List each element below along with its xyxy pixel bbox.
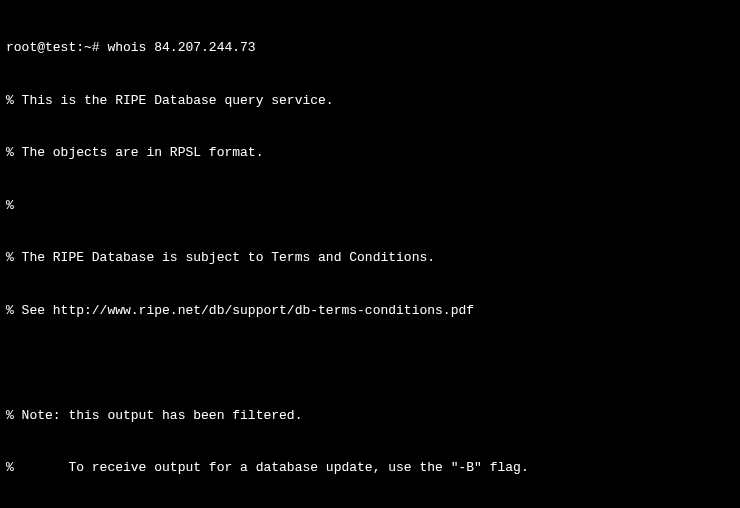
output-line: % Note: this output has been filtered. [6, 407, 734, 425]
blank-line [6, 354, 734, 372]
prompt-line: root@test:~# whois 84.207.244.73 [6, 39, 734, 57]
output-line: % [6, 197, 734, 215]
output-line: % To receive output for a database updat… [6, 459, 734, 477]
output-line: % This is the RIPE Database query servic… [6, 92, 734, 110]
output-line: % The objects are in RPSL format. [6, 144, 734, 162]
output-line: % See http://www.ripe.net/db/support/db-… [6, 302, 734, 320]
terminal[interactable]: root@test:~# whois 84.207.244.73 % This … [0, 0, 740, 508]
output-line: % The RIPE Database is subject to Terms … [6, 249, 734, 267]
